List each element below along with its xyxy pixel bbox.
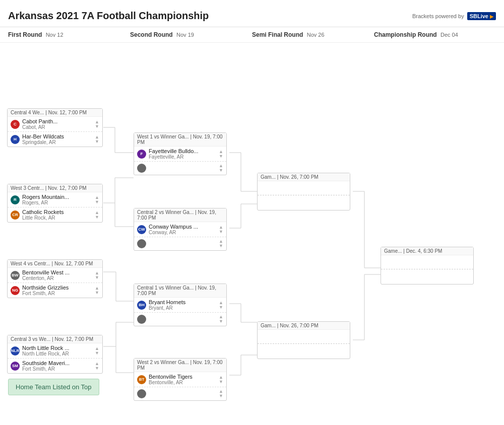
second-round-match-3: Central 1 vs Winner Ga... | Nov. 19, 7:0… bbox=[134, 284, 227, 326]
match-header-sr3: Central 1 vs Winner Ga... | Nov. 19, 7:0… bbox=[134, 284, 226, 298]
team-row: BT Bentonville Tigers Bentonville, AR ▲▼ bbox=[134, 372, 226, 387]
first-round-match-3: West 4 vs Centr... | Nov. 12, 7:00 PM BW… bbox=[7, 259, 103, 298]
team-info: Cabot Panth... Cabot, AR bbox=[22, 118, 93, 130]
match-header-sr4: West 2 vs Winner Ga... | Nov. 19, 7:00 P… bbox=[134, 359, 226, 372]
team-row: ▲▼ bbox=[134, 162, 226, 175]
team-info: Har-Ber Wildcats Springdale, AR bbox=[22, 133, 93, 145]
match-header-fr2: West 3 Centr... | Nov. 12, 7:00 PM bbox=[8, 184, 102, 192]
team-row: SM Southside Maveri... Fort Smith, AR ▲▼ bbox=[8, 359, 102, 373]
team-row: CR Catholic Rockets Little Rock, AR ▲▼ bbox=[8, 207, 102, 222]
second-round-match-4: West 2 vs Winner Ga... | Nov. 19, 7:00 P… bbox=[134, 358, 227, 401]
team-info: Conway Wampus ... Conway, AR bbox=[149, 224, 217, 235]
championship-match: Game... | Dec. 4, 6:30 PM bbox=[381, 247, 474, 285]
semi-header-1: Gam... | Nov. 26, 7:00 PM bbox=[258, 173, 350, 181]
round-championship: Championship Round Dec 04 bbox=[374, 31, 496, 38]
sblive-logo: SBLive ▶ bbox=[467, 12, 496, 20]
team-info: Northside Grizzlies Fort Smith, AR bbox=[22, 285, 93, 296]
team-row: ▲▼ bbox=[134, 387, 226, 400]
team-logo bbox=[137, 315, 146, 324]
powered-by-text: Brackets powered by bbox=[412, 13, 464, 19]
team-logo bbox=[137, 239, 146, 248]
team-logo: CR bbox=[11, 210, 20, 220]
team-row: NG Northside Grizzlies Fort Smith, AR ▲▼ bbox=[8, 283, 102, 298]
match-header-fr4: Central 3 vs We... | Nov. 12, 7:00 PM bbox=[8, 335, 102, 343]
team-row: ▲▼ bbox=[134, 313, 226, 326]
first-round-match-4: Central 3 vs We... | Nov. 12, 7:00 PM NL… bbox=[7, 335, 103, 374]
team-info: Bryant Hornets Bryant, AR bbox=[149, 299, 217, 311]
team-row: BH Bryant Hornets Bryant, AR ▲▼ bbox=[134, 298, 226, 313]
team-logo: SM bbox=[11, 362, 20, 371]
match-header-fr3: West 4 vs Centr... | Nov. 12, 7:00 PM bbox=[8, 260, 102, 268]
powered-by: Brackets powered by SBLive ▶ bbox=[412, 12, 496, 20]
second-round-match-2: Central 2 vs Winner Ga... | Nov. 19, 7:0… bbox=[134, 208, 227, 251]
round-semi: Semi Final Round Nov 26 bbox=[252, 31, 374, 38]
round-first: First Round Nov 12 bbox=[8, 31, 130, 38]
team-logo bbox=[137, 389, 146, 398]
team-row: R Rogers Mountain... Rogers, AR ▲▼ bbox=[8, 192, 102, 207]
team-logo: BW bbox=[11, 271, 20, 280]
team-row: ▲▼ bbox=[134, 237, 226, 250]
team-row: BW Bentonville West ... Centerton, AR ▲▼ bbox=[8, 268, 102, 283]
match-header-sr1: West 1 vs Winner Ga... | Nov. 19, 7:00 P… bbox=[134, 133, 226, 147]
team-logo: BT bbox=[137, 375, 146, 384]
team-info: Rogers Mountain... Rogers, AR bbox=[22, 194, 93, 205]
home-team-label: Home Team Listed on Top bbox=[8, 379, 99, 395]
first-round-match-1: Central 4 We... | Nov. 12, 7:00 PM C Cab… bbox=[7, 108, 103, 147]
first-round-match-2: West 3 Centr... | Nov. 12, 7:00 PM R Rog… bbox=[7, 184, 103, 223]
match-header-fr1: Central 4 We... | Nov. 12, 7:00 PM bbox=[8, 109, 102, 117]
team-info: Southside Maveri... Fort Smith, AR bbox=[22, 360, 93, 372]
bracket-area: Central 4 We... | Nov. 12, 7:00 PM C Cab… bbox=[0, 43, 504, 405]
semi-final-match-1: Gam... | Nov. 26, 7:00 PM bbox=[257, 173, 350, 210]
team-logo: CW bbox=[137, 225, 146, 234]
team-logo: NLR bbox=[11, 346, 20, 356]
page-title: Arkansas 2021 7A Football Championship bbox=[8, 10, 209, 22]
team-row: H Har-Ber Wildcats Springdale, AR ▲▼ bbox=[8, 132, 102, 147]
team-info: Bentonville West ... Centerton, AR bbox=[22, 269, 93, 281]
championship-header: Game... | Dec. 4, 6:30 PM bbox=[381, 247, 473, 255]
team-row: C Cabot Panth... Cabot, AR ▲▼ bbox=[8, 117, 102, 132]
semi-header-2: Gam... | Nov. 26, 7:00 PM bbox=[258, 322, 350, 330]
page-header: Arkansas 2021 7A Football Championship B… bbox=[0, 0, 504, 27]
team-logo: F bbox=[137, 150, 146, 159]
team-info: Bentonville Tigers Bentonville, AR bbox=[149, 374, 217, 385]
team-logo bbox=[137, 164, 146, 173]
semi-final-match-2: Gam... | Nov. 26, 7:00 PM bbox=[257, 321, 350, 359]
team-logo: H bbox=[11, 135, 20, 144]
rounds-header: First Round Nov 12 Second Round Nov 19 S… bbox=[0, 27, 504, 43]
team-row: NLR North Little Rock ... North Little R… bbox=[8, 343, 102, 359]
team-row: CW Conway Wampus ... Conway, AR ▲▼ bbox=[134, 222, 226, 237]
team-info: Fayetteville Bulldo... Fayetteville, AR bbox=[149, 148, 217, 160]
team-row: F Fayetteville Bulldo... Fayetteville, A… bbox=[134, 147, 226, 162]
team-logo: R bbox=[11, 195, 20, 204]
match-header-sr2: Central 2 vs Winner Ga... | Nov. 19, 7:0… bbox=[134, 208, 226, 222]
team-logo: NG bbox=[11, 286, 20, 295]
round-second: Second Round Nov 19 bbox=[130, 31, 252, 38]
team-info: North Little Rock ... North Little Rock,… bbox=[22, 345, 93, 357]
team-logo: BH bbox=[137, 301, 146, 310]
second-round-match-1: West 1 vs Winner Ga... | Nov. 19, 7:00 P… bbox=[134, 132, 227, 175]
team-logo: C bbox=[11, 120, 20, 129]
team-info: Catholic Rockets Little Rock, AR bbox=[22, 209, 93, 221]
